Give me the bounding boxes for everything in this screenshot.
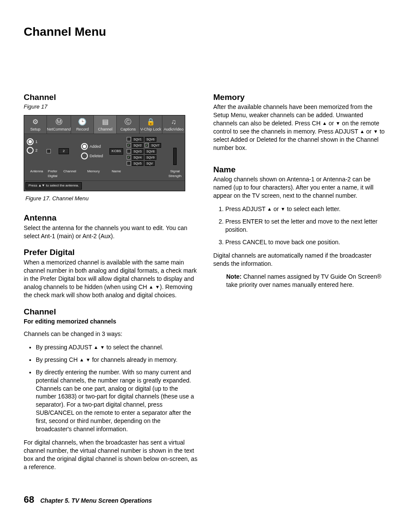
heading-channel: Channel — [24, 92, 198, 103]
down-triangle-icon: ▼ — [373, 129, 378, 134]
channel-edit-list: By pressing ADJUST ▲ ▼ to select the cha… — [24, 343, 198, 433]
netcommand-icon: Ⓜ — [47, 117, 71, 127]
sqv-grid: SQV1 SQV6 ✓SQV2 ✓SQV7 SQV3 SQV8 ✓SQV4 SQ… — [127, 137, 168, 166]
note-block: Note: Channel names assigned by TV Guide… — [226, 273, 387, 289]
up-triangle-icon: ▲ — [93, 345, 98, 350]
list-item: Press ENTER to set the letter and move t… — [225, 218, 387, 234]
list-item: Press ADJUST ▲ or ▼ to select each lette… — [225, 205, 387, 213]
heading-antenna: Antenna — [24, 212, 198, 224]
down-triangle-icon: ▼ — [280, 207, 285, 212]
heading-prefer-digital: Prefer Digital — [24, 247, 198, 258]
right-column: Memory After the available channels have… — [213, 92, 387, 476]
down-triangle-icon: ▼ — [155, 285, 160, 289]
up-triangle-icon: ▲ — [149, 285, 153, 289]
antenna-selector: 1 2 — [27, 137, 47, 166]
up-triangle-icon: ▲ — [267, 207, 272, 212]
list-item: By pressing CH ▲ ▼ for channels already … — [36, 356, 198, 364]
tab-netcommand: ⓂNetCommand — [47, 115, 72, 134]
heading-name: Name — [213, 164, 387, 175]
tab-audiovideo: ♫AudioVideo — [162, 115, 185, 134]
note-label: Note: — [226, 273, 242, 280]
antenna-1-radio — [27, 138, 34, 145]
tab-captions: ⒸCaptions — [117, 115, 140, 134]
channel-after-text: For digital channels, when the broadcast… — [24, 439, 198, 471]
down-triangle-icon: ▼ — [100, 345, 105, 350]
left-column: Channel Figure 17 ⚙Setup ⓂNetCommand 🕒Re… — [24, 92, 198, 476]
list-item: By directly entering the number. With so… — [36, 368, 198, 433]
page-footer: 68 Chapter 5. TV Menu Screen Operations — [24, 493, 387, 506]
figure-caption: Figure 17. Channel Menu — [25, 195, 198, 202]
memory-selector: Added Deleted — [81, 137, 106, 166]
tab-channel: ▤Channel — [94, 115, 117, 134]
antenna-text: Select the antenna for the channels you … — [24, 224, 198, 240]
memory-text: After the available channels have been m… — [213, 103, 387, 152]
channel-icon: ▤ — [94, 117, 116, 127]
list-item: Press CANCEL to move back one position. — [225, 238, 387, 246]
captions-icon: Ⓒ — [117, 117, 139, 127]
figure-ref: Figure 17 — [24, 103, 198, 111]
down-triangle-icon: ▼ — [336, 121, 340, 126]
name-text: Analog channels shown on Antenna-1 or An… — [213, 175, 387, 200]
name-steps: Press ADJUST ▲ or ▼ to select each lette… — [213, 205, 387, 246]
channel-intro: Channels can be changed in 3 ways: — [24, 330, 198, 338]
up-triangle-icon: ▲ — [322, 121, 327, 126]
list-item: By pressing ADJUST ▲ ▼ to select the cha… — [36, 343, 198, 352]
name-after-text: Digital channels are automatically named… — [213, 252, 387, 268]
prefer-text: When a memorized channel is available wi… — [24, 258, 198, 299]
signal-strength — [168, 137, 182, 166]
heading-channel-edit: Channel — [24, 306, 198, 317]
deleted-radio — [81, 152, 88, 159]
tab-vchip: 🔒V-Chip Lock — [140, 115, 162, 134]
antenna-2-radio — [27, 147, 34, 154]
tab-setup: ⚙Setup — [24, 115, 47, 134]
lock-icon: 🔒 — [140, 117, 162, 127]
audiovideo-icon: ♫ — [162, 117, 185, 127]
down-triangle-icon: ▼ — [86, 358, 90, 362]
page-title: Channel Menu — [24, 24, 387, 40]
record-icon: 🕒 — [71, 117, 93, 127]
setup-icon: ⚙ — [24, 117, 47, 127]
channel-subheading: For editing memorized channels — [24, 317, 198, 326]
up-triangle-icon: ▲ — [79, 358, 84, 362]
channel-number: 2 — [59, 137, 81, 166]
tab-row: ⚙Setup ⓂNetCommand 🕒Record ▤Channel ⒸCap… — [24, 115, 185, 134]
page-number: 68 — [24, 493, 34, 506]
hint-bar: Press ▲▼ to select the antenna. — [24, 180, 185, 191]
up-triangle-icon: ▲ — [360, 129, 364, 134]
heading-memory: Memory — [213, 92, 387, 103]
footer-chapter: Chapter 5. TV Menu Screen Operations — [40, 497, 152, 505]
name-field: KCBS — [106, 137, 127, 166]
tab-record: 🕒Record — [71, 115, 94, 134]
added-radio — [81, 143, 88, 150]
two-column-layout: Channel Figure 17 ⚙Setup ⓂNetCommand 🕒Re… — [24, 92, 387, 476]
prefer-digital-checkbox — [47, 149, 51, 153]
channel-menu-screenshot: ⚙Setup ⓂNetCommand 🕒Record ▤Channel ⒸCap… — [24, 115, 185, 191]
